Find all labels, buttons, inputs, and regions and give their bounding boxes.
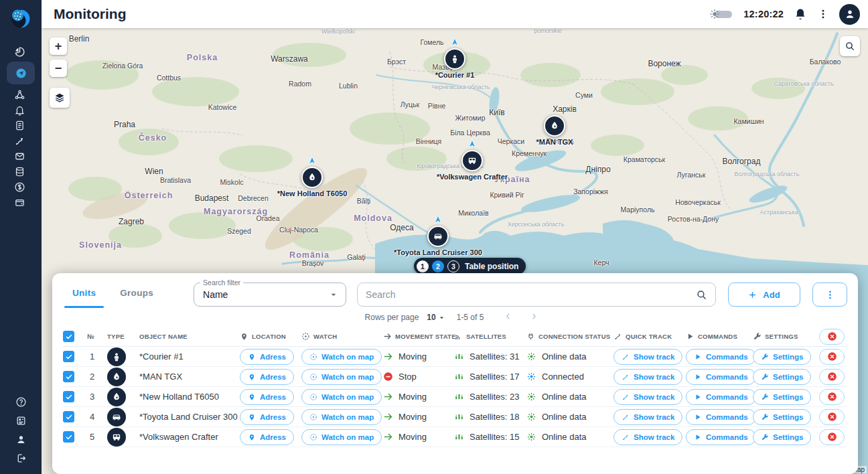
db-icon (14, 166, 25, 177)
connection-status: Connected (526, 372, 613, 382)
sidebar-item-reports[interactable] (7, 118, 32, 133)
marker-circle[interactable] (444, 48, 465, 70)
row-checkbox[interactable] (63, 371, 74, 382)
search-input[interactable] (366, 289, 696, 300)
show-track-button[interactable]: Show track (613, 409, 682, 425)
tab-units[interactable]: Units (60, 283, 108, 307)
sidebar-item-messages[interactable] (7, 149, 32, 163)
rows-per-page-select[interactable]: 10 (427, 313, 445, 322)
sidebar-item-dashboard[interactable] (7, 44, 32, 59)
address-button[interactable]: Adress (240, 389, 294, 405)
marker-circle[interactable] (427, 226, 449, 247)
settings-button[interactable]: Settings (753, 409, 811, 425)
delete-button[interactable] (819, 409, 845, 425)
step-1-button[interactable]: 1 (417, 260, 429, 272)
topbar-menu-icon[interactable] (817, 8, 829, 20)
prev-page-button[interactable] (497, 312, 519, 323)
delete-button[interactable] (819, 369, 845, 385)
marker-circle[interactable] (461, 150, 483, 171)
sidebar-item-data[interactable] (7, 164, 32, 179)
watch-on-map-button[interactable]: Watch on map (301, 389, 382, 405)
settings-button[interactable]: Settings (753, 369, 811, 385)
zoom-out-button[interactable]: − (50, 60, 67, 77)
layers-button[interactable] (50, 88, 70, 108)
search-icon[interactable] (696, 289, 707, 301)
zoom-in-button[interactable]: + (50, 37, 67, 55)
theme-toggle[interactable] (708, 7, 733, 21)
settings-button[interactable]: Settings (753, 429, 811, 445)
commands-button[interactable]: Commands (686, 429, 756, 445)
address-button[interactable]: Adress (240, 369, 294, 385)
sidebar-item-billing[interactable] (7, 179, 32, 194)
commands-button[interactable]: Commands (686, 409, 756, 425)
sidebar-item-news[interactable] (8, 412, 33, 428)
sidebar-item-tracking[interactable] (7, 87, 32, 102)
object-name: *New Holland T6050 (139, 392, 240, 402)
route-icon (622, 373, 630, 381)
pin-icon (248, 353, 256, 361)
col-movement-state: MOVEMENT STATE (383, 332, 454, 341)
show-track-button[interactable]: Show track (613, 389, 682, 405)
marker-circle[interactable] (544, 115, 565, 137)
map-marker-label: *Toyota Land Cruiser 300 (394, 248, 482, 256)
show-track-button[interactable]: Show track (613, 369, 682, 385)
x-circle-icon (827, 412, 837, 422)
signal-bars-icon (454, 372, 464, 382)
delete-button[interactable] (819, 389, 845, 405)
plug-icon (526, 332, 535, 341)
sidebar-item-help[interactable] (8, 394, 33, 410)
add-button[interactable]: Add (728, 283, 800, 307)
van-icon (467, 155, 478, 166)
watch-on-map-button[interactable]: Watch on map (301, 349, 382, 365)
next-page-button[interactable] (523, 312, 545, 323)
show-track-button[interactable]: Show track (613, 349, 682, 365)
row-checkbox[interactable] (63, 351, 74, 362)
sidebar-item-monitoring[interactable] (7, 62, 35, 84)
col-quick-track: QUICK TRACK (613, 332, 686, 341)
sidebar-item-notifications[interactable] (7, 102, 32, 117)
search-filter-select[interactable]: Search filter Name (194, 283, 346, 307)
user-icon (15, 434, 27, 445)
route-icon (622, 353, 630, 361)
address-button[interactable]: Adress (240, 409, 294, 425)
table-row: 5 *Volkswagen Crafter Adress Watch on ma… (63, 427, 847, 447)
row-checkbox[interactable] (63, 391, 74, 402)
panel-menu-button[interactable] (812, 283, 847, 307)
select-all-checkbox[interactable] (63, 331, 74, 342)
delete-all-button[interactable] (819, 329, 845, 345)
globe-icon (15, 68, 27, 79)
satellite-dish-icon (454, 332, 463, 341)
delete-button[interactable] (819, 429, 845, 445)
sidebar-item-routes[interactable] (7, 133, 32, 148)
tab-groups[interactable]: Groups (108, 283, 165, 307)
delete-button[interactable] (819, 349, 845, 365)
watch-on-map-button[interactable]: Watch on map (301, 409, 382, 425)
sidebar-item-profile[interactable] (8, 431, 33, 447)
step-3-button[interactable]: 3 (447, 260, 459, 272)
row-checkbox[interactable] (63, 411, 74, 422)
commands-button[interactable]: Commands (686, 349, 756, 365)
show-track-button[interactable]: Show track (613, 429, 682, 445)
marker-circle[interactable] (301, 167, 323, 188)
wallet-icon (14, 197, 25, 208)
address-button[interactable]: Adress (240, 429, 294, 445)
sidebar-item-logout[interactable] (8, 450, 33, 466)
unit-type-car-icon (107, 408, 126, 426)
avatar[interactable] (839, 4, 860, 25)
address-button[interactable]: Adress (240, 349, 294, 365)
watch-on-map-button[interactable]: Watch on map (301, 369, 382, 385)
sidebar (0, 0, 42, 474)
notifications-bell-icon[interactable] (794, 7, 807, 21)
watch-on-map-button[interactable]: Watch on map (301, 429, 382, 445)
map-search-button[interactable] (840, 36, 860, 56)
row-checkbox[interactable] (63, 431, 74, 443)
route-icon (622, 413, 630, 421)
col-connection-status: CONNECTION STATUS (526, 332, 613, 341)
step-2-button[interactable]: 2 (432, 260, 444, 272)
settings-button[interactable]: Settings (753, 349, 811, 365)
crosshair-icon (301, 332, 310, 341)
sidebar-item-payments[interactable] (7, 195, 32, 210)
commands-button[interactable]: Commands (686, 369, 756, 385)
settings-button[interactable]: Settings (753, 389, 811, 405)
commands-button[interactable]: Commands (686, 389, 756, 405)
